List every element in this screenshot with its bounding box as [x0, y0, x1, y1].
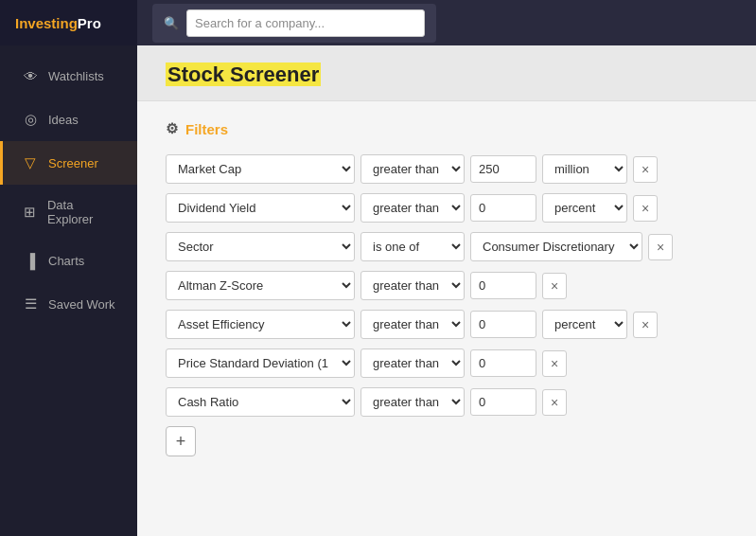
sector-value-select[interactable]: Consumer Discretionary Technology Health…: [470, 232, 642, 261]
filters-section: ⚙ Filters Market Cap Dividend Yield Sect…: [137, 101, 756, 475]
unit-select-5[interactable]: percent million billion: [542, 310, 627, 339]
operator-select-3[interactable]: is one of greater than less than: [360, 232, 465, 261]
sidebar-label-charts: Charts: [48, 254, 84, 268]
operator-select-7[interactable]: greater than less than equal to: [360, 387, 465, 417]
value-input-6[interactable]: [470, 349, 536, 377]
page-title: Stock Screener: [166, 63, 728, 87]
filters-title: Filters: [185, 121, 228, 137]
add-filter-button[interactable]: +: [166, 426, 196, 456]
operator-select-2[interactable]: greater than less than equal to: [360, 193, 465, 223]
remove-filter-7[interactable]: ×: [542, 389, 567, 416]
content: Stock Screener ⚙ Filters Market Cap Divi…: [137, 45, 756, 536]
sidebar-item-ideas[interactable]: ◎ Ideas: [0, 98, 137, 141]
unit-select-1[interactable]: million billion percent: [542, 154, 627, 184]
remove-filter-2[interactable]: ×: [633, 195, 658, 222]
value-input-2[interactable]: [470, 194, 536, 222]
operator-select-5[interactable]: greater than less than equal to: [360, 310, 465, 339]
filter-row-dividend-yield: Dividend Yield Market Cap Sector Altman …: [166, 193, 728, 223]
charts-icon: ▐: [22, 253, 39, 269]
remove-filter-3[interactable]: ×: [648, 234, 673, 260]
filter-row-altman-zscore: Altman Z-Score Market Cap Dividend Yield…: [166, 271, 728, 300]
sidebar: InvestingPro 👁 Watchlists ◎ Ideas ▽ Scre…: [0, 0, 137, 536]
operator-select-6[interactable]: greater than less than equal to: [360, 348, 465, 378]
search-input[interactable]: [186, 9, 425, 37]
sidebar-nav: 👁 Watchlists ◎ Ideas ▽ Screener ⊞ Data E…: [0, 45, 137, 326]
search-box[interactable]: 🔍: [152, 4, 436, 43]
filter-row-cash-ratio: Cash Ratio Market Cap Dividend Yield Sec…: [166, 387, 728, 417]
operator-select-1[interactable]: greater than less than equal to: [360, 154, 465, 184]
metric-select-6[interactable]: Price Standard Deviation (1 year) Market…: [166, 348, 355, 378]
metric-select-1[interactable]: Market Cap Dividend Yield Sector Altman …: [166, 154, 355, 184]
sidebar-label-watchlists: Watchlists: [48, 69, 104, 83]
page-header: Stock Screener: [137, 45, 756, 101]
top-bar: 🔍: [137, 0, 756, 45]
main-area: 🔍 Stock Screener ⚙ Filters Market Cap Di…: [137, 0, 756, 536]
metric-select-2[interactable]: Dividend Yield Market Cap Sector Altman …: [166, 193, 355, 223]
remove-filter-5[interactable]: ×: [633, 312, 658, 338]
operator-select-4[interactable]: greater than less than equal to: [360, 271, 465, 300]
metric-select-7[interactable]: Cash Ratio Market Cap Dividend Yield Sec…: [166, 387, 355, 417]
saved-work-icon: ☰: [22, 295, 39, 313]
sidebar-label-saved-work: Saved Work: [48, 297, 115, 312]
screener-icon: ▽: [22, 154, 39, 171]
sidebar-label-data-explorer: Data Explorer: [47, 198, 118, 226]
remove-filter-6[interactable]: ×: [542, 350, 567, 377]
remove-filter-4[interactable]: ×: [542, 273, 567, 299]
filters-header: ⚙ Filters: [166, 120, 728, 137]
value-input-7[interactable]: [470, 388, 536, 416]
sidebar-item-data-explorer[interactable]: ⊞ Data Explorer: [0, 185, 137, 240]
sidebar-label-ideas: Ideas: [48, 113, 79, 127]
sidebar-item-saved-work[interactable]: ☰ Saved Work: [0, 282, 137, 326]
filter-row-asset-efficiency: Asset Efficiency Market Cap Dividend Yie…: [166, 310, 728, 339]
logo-text: InvestingPro: [15, 15, 101, 31]
filter-row-price-std-dev: Price Standard Deviation (1 year) Market…: [166, 348, 728, 378]
value-input-4[interactable]: [470, 272, 536, 299]
sidebar-item-screener[interactable]: ▽ Screener: [0, 141, 137, 185]
metric-select-5[interactable]: Asset Efficiency Market Cap Dividend Yie…: [166, 310, 355, 339]
gear-icon: ⚙: [166, 120, 178, 137]
remove-filter-1[interactable]: ×: [633, 156, 658, 183]
logo: InvestingPro: [0, 0, 137, 45]
metric-select-3[interactable]: Sector Market Cap Dividend Yield Altman …: [166, 232, 355, 261]
filter-row-sector: Sector Market Cap Dividend Yield Altman …: [166, 232, 728, 261]
unit-select-2[interactable]: percent million billion: [542, 193, 627, 223]
value-input-1[interactable]: [470, 155, 536, 183]
value-input-5[interactable]: [470, 311, 536, 338]
ideas-icon: ◎: [22, 111, 39, 128]
search-icon: 🔍: [164, 16, 179, 30]
eye-icon: 👁: [22, 68, 39, 84]
sidebar-item-watchlists[interactable]: 👁 Watchlists: [0, 55, 137, 98]
data-explorer-icon: ⊞: [22, 204, 38, 221]
metric-select-4[interactable]: Altman Z-Score Market Cap Dividend Yield…: [166, 271, 355, 300]
filter-row-market-cap: Market Cap Dividend Yield Sector Altman …: [166, 154, 728, 184]
sidebar-label-screener: Screener: [48, 156, 98, 170]
sidebar-item-charts[interactable]: ▐ Charts: [0, 240, 137, 282]
